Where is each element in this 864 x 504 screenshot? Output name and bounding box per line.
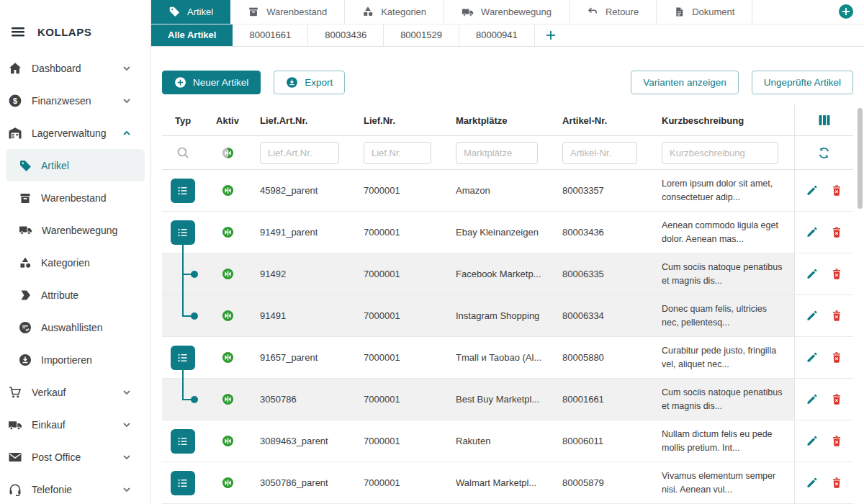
active-status-toggle[interactable]	[204, 351, 251, 364]
unchecked-articles-button[interactable]: Ungeprüfte Artikel	[752, 71, 853, 94]
header-artikel-nr: Artikel-Nr.	[554, 115, 653, 126]
table-row[interactable]: 3050786_parent 7000001 Walmart Marketpl.…	[162, 462, 853, 504]
subtab-article-2[interactable]: 80003436	[308, 24, 384, 46]
sidebar-item-label: Finanzwesen	[32, 95, 91, 107]
table-row[interactable]: 3050786 7000001 Best Buy Marketpl... 800…	[162, 379, 853, 420]
filter-kurzbeschreibung-input[interactable]	[662, 142, 778, 164]
export-button[interactable]: Export	[274, 71, 345, 94]
artikel-nr-cell: 80001661	[554, 394, 653, 405]
truck-icon	[462, 6, 474, 18]
sidebar-item-kategorien[interactable]: Kategorien	[6, 246, 145, 279]
sidebar-item-label: Importieren	[41, 354, 92, 366]
row-actions	[794, 212, 853, 253]
edit-button[interactable]	[804, 350, 819, 365]
hamburger-menu-icon[interactable]	[9, 22, 27, 41]
tab-warenbewegung[interactable]: Warenbewegung	[444, 0, 570, 24]
sidebar-item-warenbewegung[interactable]: Warenbewegung	[6, 214, 145, 246]
tab-dokument[interactable]: Dokument	[657, 0, 752, 24]
chevron-down-icon	[122, 387, 132, 397]
lief-nr-cell: 7000001	[355, 185, 447, 196]
subtab-article-3[interactable]: 80001529	[384, 24, 459, 46]
active-status-icon	[222, 184, 234, 197]
edit-button[interactable]	[804, 475, 819, 490]
marktplatz-cell: Amazon	[447, 185, 554, 196]
delete-button[interactable]	[829, 350, 844, 365]
active-status-toggle[interactable]	[204, 435, 251, 447]
article-list-button[interactable]	[171, 471, 195, 495]
delete-button[interactable]	[829, 392, 844, 407]
sidebar-item-finanzwesen[interactable]: $ Finanzwesen	[0, 84, 150, 117]
delete-button[interactable]	[829, 433, 844, 449]
add-tab-button[interactable]	[837, 2, 855, 21]
row-actions	[794, 170, 853, 211]
table-row[interactable]: 91491 7000001 Instagram Shopping 8000633…	[162, 295, 853, 337]
filter-typ[interactable]	[162, 146, 204, 160]
delete-button[interactable]	[829, 183, 844, 198]
filter-aktiv-toggle[interactable]	[204, 147, 251, 159]
edit-button[interactable]	[804, 225, 819, 240]
active-status-toggle[interactable]	[204, 393, 251, 405]
table-row[interactable]: 91657_parent 7000001 Tmall и Taobao (Al.…	[162, 337, 853, 379]
delete-button[interactable]	[829, 225, 844, 240]
sidebar-item-einkauf[interactable]: Einkauf	[0, 408, 150, 441]
sidebar-nav: Dashboard $ Finanzwesen Lagerverwaltung …	[0, 52, 150, 504]
active-status-toggle[interactable]	[204, 310, 251, 322]
filter-lief-art-nr-input[interactable]	[260, 142, 339, 164]
tab-retoure[interactable]: Retoure	[570, 0, 657, 24]
sidebar-item-artikel[interactable]: Artikel	[6, 149, 145, 181]
subtab-article-4[interactable]: 80000941	[459, 24, 535, 46]
subtab-alle-artikel[interactable]: Alle Artikel	[151, 24, 233, 46]
sidebar-item-attribute[interactable]: Attribute	[6, 279, 145, 311]
active-status-toggle[interactable]	[204, 226, 251, 238]
vertical-scrollbar[interactable]	[858, 108, 863, 209]
edit-button[interactable]	[804, 183, 819, 198]
article-list-button[interactable]	[171, 429, 195, 454]
filter-marktplaetze-input[interactable]	[456, 142, 538, 164]
sidebar-item-lagerverwaltung[interactable]: Lagerverwaltung	[0, 117, 150, 149]
edit-button[interactable]	[804, 266, 819, 282]
table-filter-row	[162, 136, 853, 170]
article-list-button[interactable]	[171, 220, 195, 245]
filter-artikel-nr-input[interactable]	[562, 142, 637, 164]
article-list-button[interactable]	[171, 346, 195, 370]
add-article-tab-button[interactable]	[535, 24, 567, 46]
sidebar-item-auswahllisten[interactable]: Auswahllisten	[6, 311, 145, 343]
typ-cell	[162, 170, 204, 211]
sidebar-item-warenbestand[interactable]: Warenbestand	[6, 181, 145, 214]
column-settings-button[interactable]	[816, 112, 833, 128]
filter-lief-nr-input[interactable]	[364, 142, 431, 164]
edit-button[interactable]	[804, 308, 819, 323]
sidebar-item-dashboard[interactable]: Dashboard	[0, 52, 150, 84]
active-status-icon	[222, 226, 234, 238]
tab-kategorien[interactable]: Kategorien	[345, 0, 444, 24]
active-status-toggle[interactable]	[204, 184, 251, 197]
sidebar-item-post-office[interactable]: Post Office	[0, 441, 150, 473]
subtab-article-1[interactable]: 80001661	[233, 24, 308, 46]
tab-label: Warenbestand	[266, 6, 327, 17]
row-actions	[794, 420, 853, 462]
button-label: Ungeprüfte Artikel	[764, 77, 841, 88]
refresh-button[interactable]	[816, 145, 832, 161]
button-label: Varianten anzeigen	[643, 77, 726, 88]
active-status-toggle[interactable]	[204, 477, 251, 489]
tab-warenbestand[interactable]: Warenbestand	[230, 0, 345, 24]
delete-button[interactable]	[829, 475, 844, 490]
tab-artikel[interactable]: Artikel	[151, 0, 230, 24]
sidebar-item-importieren[interactable]: Importieren	[6, 343, 145, 376]
article-list-button[interactable]	[171, 179, 195, 203]
show-variants-button[interactable]: Varianten anzeigen	[631, 71, 738, 94]
table-row[interactable]: 91491_parent 7000001 Ebay Kleinanzeigen …	[162, 212, 853, 253]
tabbar-spacer	[752, 0, 864, 24]
delete-button[interactable]	[829, 308, 844, 323]
delete-button[interactable]	[829, 266, 844, 282]
active-status-toggle[interactable]	[204, 268, 251, 280]
sidebar-item-telefonie[interactable]: Telefonie	[0, 473, 150, 504]
new-article-button[interactable]: Neuer Artikel	[162, 71, 261, 94]
table-row[interactable]: 91492 7000001 Facebook Marketp... 800063…	[162, 253, 853, 295]
table-row[interactable]: 45982_parent 7000001 Amazon 80003357 Lor…	[162, 170, 853, 212]
sidebar-item-verkauf[interactable]: Verkauf	[0, 376, 150, 408]
tab-label: Retoure	[606, 6, 639, 17]
table-row[interactable]: 3089463_parent 7000001 Rakuten 80006011 …	[162, 420, 853, 462]
edit-button[interactable]	[804, 433, 819, 449]
edit-button[interactable]	[804, 392, 819, 407]
